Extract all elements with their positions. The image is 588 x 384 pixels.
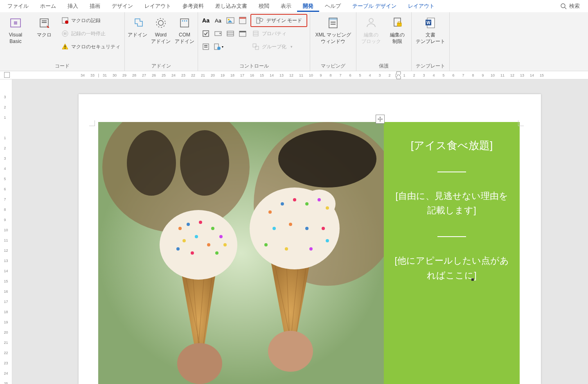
- gear-icon: [153, 16, 168, 30]
- search-label: 検索: [569, 2, 580, 10]
- plaintext-control-button[interactable]: Aa: [213, 15, 223, 26]
- tab-layout[interactable]: レイアウト: [139, 1, 177, 11]
- svg-rect-6: [42, 22, 47, 23]
- checkbox-control-button[interactable]: [201, 28, 211, 39]
- tab-home[interactable]: ホーム: [34, 1, 62, 11]
- repeating-control-button[interactable]: [201, 41, 211, 52]
- word-addins-button[interactable]: Word アドイン: [150, 14, 171, 45]
- richtext-control-button[interactable]: Aa: [201, 15, 211, 26]
- document-image[interactable]: [98, 122, 384, 384]
- svg-rect-47: [329, 18, 337, 20]
- svg-rect-30: [227, 31, 234, 36]
- tab-layout2[interactable]: レイアウト: [402, 1, 440, 11]
- tab-file[interactable]: ファイル: [2, 1, 34, 11]
- svg-marker-29: [219, 33, 221, 34]
- svg-rect-3: [14, 21, 17, 25]
- tab-review[interactable]: 校閲: [253, 1, 275, 11]
- visual-basic-button[interactable]: Visual Basic: [2, 14, 29, 45]
- svg-point-77: [219, 235, 223, 238]
- flyer-subtitle[interactable]: [自由に、見逃せない理由を記載します]: [394, 189, 510, 217]
- ruler-corner-icon: [4, 72, 10, 78]
- svg-point-76: [211, 227, 214, 230]
- svg-point-93: [281, 202, 284, 206]
- tab-insert[interactable]: 挿入: [62, 1, 84, 11]
- flyer-appeal[interactable]: [他にアピールしたい点があればここに]: [394, 253, 510, 282]
- ribbon: Visual Basic マクロ マクロの記録 記録の一時停止 マクロのセキュリ…: [0, 12, 588, 71]
- svg-point-104: [309, 247, 313, 251]
- group-icon: [252, 43, 259, 50]
- svg-rect-5: [42, 20, 47, 21]
- group-mapping: XML マッピング ウィンドウ マッピング: [310, 12, 356, 71]
- tab-developer[interactable]: 開発: [297, 1, 319, 12]
- dropdown-control-button[interactable]: [225, 28, 236, 39]
- svg-rect-36: [204, 45, 207, 46]
- pause-icon: [61, 30, 69, 37]
- move-arrows-icon: [377, 116, 383, 122]
- tab-view[interactable]: 表示: [275, 1, 297, 11]
- side-text-panel[interactable]: [アイス食べ放題] [自由に、見逃せない理由を記載します] [他にアピールしたい…: [384, 122, 520, 384]
- svg-rect-44: [253, 44, 256, 47]
- tab-help[interactable]: ヘルプ: [319, 1, 347, 11]
- pause-recording-button: 記録の一時停止: [60, 27, 122, 40]
- tab-mailings[interactable]: 差し込み文書: [210, 1, 253, 11]
- tab-table-design[interactable]: テーブル デザイン: [347, 1, 402, 11]
- record-macro-button[interactable]: マクロの記録: [60, 14, 122, 27]
- svg-point-17: [156, 18, 165, 27]
- svg-point-105: [326, 239, 329, 242]
- svg-point-66: [278, 130, 376, 187]
- tab-draw[interactable]: 描画: [84, 1, 106, 11]
- svg-point-101: [322, 227, 325, 230]
- properties-icon: [252, 30, 259, 37]
- datepicker-control-button[interactable]: [237, 28, 248, 39]
- svg-point-96: [318, 198, 321, 201]
- buildingblock-control-button[interactable]: [237, 15, 248, 26]
- horizontal-ruler: 3433|31302928272625242322212019181716151…: [0, 71, 588, 79]
- svg-point-107: [268, 331, 313, 372]
- svg-rect-27: [203, 31, 209, 36]
- group-template: W 文書 テンプレート テンプレート: [412, 12, 450, 71]
- svg-rect-48: [331, 22, 336, 23]
- design-mode-icon: [256, 16, 264, 25]
- svg-point-20: [184, 20, 185, 22]
- svg-point-99: [289, 223, 292, 226]
- macro-security-button[interactable]: マクロのセキュリティ: [60, 40, 122, 53]
- svg-point-106: [177, 343, 222, 384]
- flyer-title[interactable]: [アイス食べ放題]: [411, 138, 493, 153]
- document-template-button[interactable]: W 文書 テンプレート: [414, 14, 447, 45]
- group-addins: アドイン Word アドイン COM アドイン アドイン: [125, 12, 198, 71]
- restrict-editing-button[interactable]: 編集の 制限: [386, 14, 409, 45]
- svg-rect-45: [255, 46, 259, 50]
- svg-point-19: [182, 20, 183, 22]
- design-mode-button[interactable]: デザイン モード: [253, 15, 304, 26]
- divider: [437, 172, 466, 172]
- block-authors-button[interactable]: 編集の ブロック: [359, 14, 383, 45]
- page-area[interactable]: [アイス食べ放題] [自由に、見逃せない理由を記載します] [他にアピールしたい…: [12, 79, 588, 384]
- combobox-control-button[interactable]: [213, 28, 223, 39]
- svg-point-82: [191, 251, 194, 255]
- svg-rect-41: [253, 31, 258, 36]
- picture-control-button[interactable]: [225, 15, 236, 26]
- search-box[interactable]: 検索: [560, 2, 586, 10]
- macros-button[interactable]: マクロ: [31, 14, 57, 38]
- tab-design[interactable]: デザイン: [106, 1, 139, 11]
- restrict-editing-icon: [390, 16, 405, 30]
- svg-rect-26: [239, 17, 246, 19]
- group-controls: Aa Aa ▾: [198, 12, 310, 71]
- tab-references[interactable]: 参考資料: [177, 1, 210, 11]
- xml-mapping-button[interactable]: XML マッピング ウィンドウ: [313, 14, 354, 45]
- search-icon: [560, 3, 567, 9]
- legacy-tools-button[interactable]: ▾: [213, 41, 223, 52]
- svg-point-92: [268, 210, 272, 214]
- svg-point-73: [178, 227, 182, 230]
- svg-point-0: [561, 4, 565, 8]
- addins-button[interactable]: アドイン: [127, 14, 148, 38]
- indent-marker-icon[interactable]: [396, 71, 401, 80]
- block-authors-icon: [364, 16, 378, 30]
- design-mode-highlight: デザイン モード: [250, 14, 307, 27]
- svg-point-81: [176, 247, 180, 251]
- table-move-handle[interactable]: [376, 115, 385, 124]
- menu-tabs: ファイル ホーム 挿入 描画 デザイン レイアウト 参考資料 差し込み文書 校閲…: [0, 0, 588, 12]
- word-template-icon: W: [423, 16, 438, 30]
- com-addins-button[interactable]: COM アドイン: [174, 14, 195, 45]
- svg-rect-14: [65, 45, 65, 47]
